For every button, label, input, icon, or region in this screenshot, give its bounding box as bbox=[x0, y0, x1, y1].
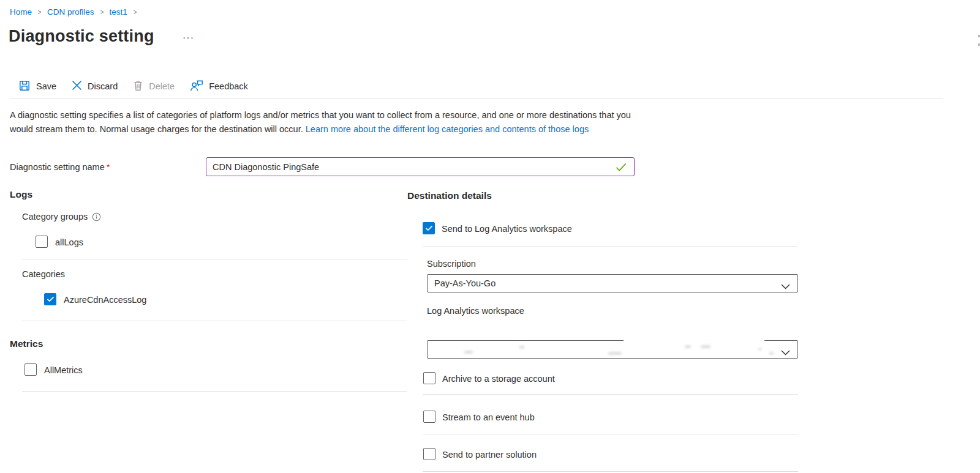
learn-more-link[interactable]: Learn more about the different log categ… bbox=[306, 124, 589, 134]
subscription-dropdown[interactable]: Pay-As-You-Go bbox=[427, 274, 798, 292]
alllogs-label: allLogs bbox=[55, 237, 83, 247]
discard-label: Discard bbox=[88, 81, 118, 91]
feedback-person-icon bbox=[190, 80, 203, 94]
page-title: Diagnostic setting bbox=[9, 27, 154, 46]
allmetrics-checkbox[interactable] bbox=[24, 363, 37, 376]
azurecdnaccesslog-checkbox[interactable] bbox=[44, 293, 56, 305]
partner-divider bbox=[423, 471, 798, 472]
breadcrumb-cdn-profiles[interactable]: CDN profiles bbox=[47, 7, 94, 17]
description: A diagnostic setting specifies a list of… bbox=[10, 108, 635, 136]
destination-details-heading: Destination details bbox=[407, 190, 492, 201]
breadcrumb-separator-icon: > bbox=[38, 7, 42, 17]
send-to-log-analytics-label: Send to Log Analytics workspace bbox=[442, 224, 572, 234]
name-input-wrap bbox=[206, 157, 635, 176]
save-label: Save bbox=[36, 81, 56, 91]
feedback-label: Feedback bbox=[209, 81, 248, 91]
breadcrumb: Home > CDN profiles > test1 > bbox=[10, 7, 137, 17]
allmetrics-label: AllMetrics bbox=[44, 365, 83, 375]
azurecdnaccesslog-label: AzureCdnAccessLog bbox=[64, 295, 146, 305]
breadcrumb-separator-icon: > bbox=[134, 7, 137, 17]
info-icon[interactable] bbox=[92, 212, 101, 222]
breadcrumb-test1[interactable]: test1 bbox=[110, 7, 127, 17]
name-label: Diagnostic setting name* bbox=[10, 162, 110, 172]
breadcrumb-separator-icon: > bbox=[100, 7, 104, 17]
stream-event-hub-checkbox[interactable] bbox=[423, 411, 435, 423]
toolbar-divider bbox=[10, 98, 943, 99]
archive-storage-checkbox[interactable] bbox=[423, 372, 435, 384]
send-partner-solution-label: Send to partner solution bbox=[442, 450, 537, 460]
categories-label: Categories bbox=[22, 269, 65, 279]
log-analytics-workspace-dropdown[interactable] bbox=[427, 340, 798, 359]
required-asterisk: * bbox=[107, 162, 110, 172]
feedback-button[interactable]: Feedback bbox=[190, 80, 248, 94]
chevron-down-icon bbox=[781, 281, 790, 291]
command-bar: Save Discard Delete Fee bbox=[18, 77, 248, 95]
name-label-text: Diagnostic setting name bbox=[10, 162, 105, 172]
save-icon bbox=[18, 80, 31, 94]
subscription-value: Pay-As-You-Go bbox=[434, 278, 496, 288]
stream-event-hub-label: Stream to an event hub bbox=[442, 412, 535, 422]
chevron-down-icon bbox=[781, 348, 790, 357]
logs-heading: Logs bbox=[10, 189, 32, 200]
categories-divider bbox=[22, 321, 407, 321]
event-hub-divider bbox=[423, 434, 798, 434]
send-to-log-analytics-checkbox[interactable] bbox=[423, 222, 435, 234]
log-analytics-workspace-label: Log Analytics workspace bbox=[427, 306, 524, 316]
metrics-divider bbox=[22, 391, 407, 392]
destination-divider bbox=[423, 246, 797, 247]
archive-divider bbox=[423, 394, 798, 395]
discard-x-icon bbox=[72, 80, 82, 92]
more-options-button[interactable]: ··· bbox=[183, 32, 194, 43]
category-groups-label: Category groups bbox=[22, 212, 88, 222]
redaction-patch bbox=[624, 340, 764, 343]
send-partner-solution-checkbox[interactable] bbox=[423, 448, 435, 460]
archive-storage-label: Archive to a storage account bbox=[442, 374, 555, 384]
discard-button[interactable]: Discard bbox=[72, 80, 118, 92]
metrics-heading: Metrics bbox=[10, 338, 43, 349]
logs-divider bbox=[22, 259, 407, 259]
save-button[interactable]: Save bbox=[18, 80, 56, 94]
alllogs-checkbox[interactable] bbox=[36, 236, 48, 248]
category-groups-row: Category groups bbox=[22, 212, 101, 222]
breadcrumb-home[interactable]: Home bbox=[10, 7, 32, 17]
valid-check-icon bbox=[616, 163, 627, 174]
delete-button[interactable]: Delete bbox=[133, 80, 175, 93]
subscription-label: Subscription bbox=[427, 259, 476, 269]
delete-trash-icon bbox=[133, 80, 143, 93]
diagnostic-setting-name-input[interactable] bbox=[206, 157, 635, 176]
delete-label: Delete bbox=[149, 81, 175, 91]
